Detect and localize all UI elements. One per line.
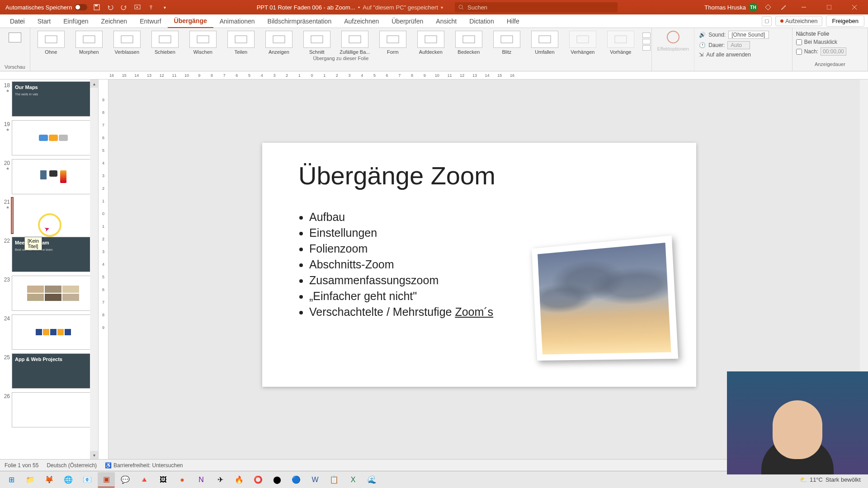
timing-group: 🔊Sound:[Ohne Sound] 🕐Dauer:Auto ⇲Auf all… xyxy=(694,28,793,71)
search-box[interactable]: Suchen xyxy=(455,2,618,12)
tab-start[interactable]: Start xyxy=(31,14,57,28)
vlc-icon[interactable]: 🔺 xyxy=(136,472,153,488)
obs-icon[interactable]: ⬤ xyxy=(269,472,286,488)
close-icon[interactable] xyxy=(844,0,864,14)
scroll-down-icon[interactable]: ▾ xyxy=(90,451,98,459)
advance-group: Nächste Folie Bei Mausklick Nach:00:00,0… xyxy=(793,28,868,71)
minimize-icon[interactable] xyxy=(794,0,814,14)
gallery-more-icon[interactable] xyxy=(642,28,651,55)
transition-zufällige ba...[interactable]: Zufällige Ba... xyxy=(337,31,373,55)
slide-thumb-18[interactable]: 18★Our MapsThe wells in vals xyxy=(2,81,94,117)
weather-widget[interactable]: ⛅ 11°C Stark bewölkt xyxy=(800,476,861,483)
start-menu-icon[interactable]: ⊞ xyxy=(3,472,20,488)
slide-thumb-19[interactable]: 19★ xyxy=(2,120,94,155)
tab-file[interactable]: Datei xyxy=(4,14,31,28)
transition-umfallen[interactable]: Umfallen xyxy=(527,31,563,55)
firefox-icon[interactable]: 🦊 xyxy=(41,472,58,488)
slide-thumb-24[interactable]: 24 xyxy=(2,314,94,350)
transition-form[interactable]: Form xyxy=(375,31,411,55)
excel-icon[interactable]: X xyxy=(344,472,362,488)
transition-verblassen[interactable]: Verblassen xyxy=(109,31,145,55)
tab-help[interactable]: Hilfe xyxy=(500,14,526,28)
slide-thumb-20[interactable]: 20★ xyxy=(2,159,94,194)
apply-all-button[interactable]: Auf alle anwenden xyxy=(706,52,751,58)
on-click-checkbox[interactable] xyxy=(796,39,802,45)
tab-design[interactable]: Entwurf xyxy=(133,14,167,28)
current-slide[interactable]: Übergänge Zoom AufbauEinstellungenFolien… xyxy=(262,143,696,387)
autosave[interactable]: Automatisches Speichern xyxy=(5,4,87,11)
transition-schieben[interactable]: Schieben xyxy=(147,31,183,55)
word-icon[interactable]: W xyxy=(307,472,324,488)
transition-verhängen[interactable]: Verhängen xyxy=(565,31,601,55)
tab-dictation[interactable]: Dictation xyxy=(463,14,500,28)
ribbon-collapse-icon[interactable]: ▢ xyxy=(762,16,772,26)
slideshow-icon[interactable] xyxy=(132,2,142,12)
transition-wischen[interactable]: Wischen xyxy=(185,31,221,55)
tab-record[interactable]: Aufzeichnen xyxy=(338,14,385,28)
transition-ohne[interactable]: Ohne xyxy=(33,31,69,55)
onenote-icon[interactable]: N xyxy=(193,472,210,488)
record-button[interactable]: Aufzeichnen xyxy=(775,16,823,26)
chevron-down-icon[interactable]: ▾ xyxy=(441,5,443,10)
diamond-icon[interactable] xyxy=(763,2,773,12)
share-button[interactable]: Freigeben xyxy=(826,15,864,27)
tab-view[interactable]: Ansicht xyxy=(429,14,463,28)
edge-icon[interactable]: 🌊 xyxy=(363,472,381,488)
transition-morphen[interactable]: Morphen xyxy=(71,31,107,55)
transition-anzeigen[interactable]: Anzeigen xyxy=(261,31,297,55)
thumb-preview xyxy=(12,159,94,194)
transition-blitz[interactable]: Blitz xyxy=(489,31,525,55)
qat-more-icon[interactable]: ▾ xyxy=(160,2,170,12)
transition-bedecken[interactable]: Bedecken xyxy=(451,31,487,55)
app-icon-1[interactable]: 💬 xyxy=(117,472,134,488)
telegram-icon[interactable]: ✈ xyxy=(212,472,229,488)
transition-vorhänge[interactable]: Vorhänge xyxy=(603,31,639,55)
app-icon-3[interactable]: ● xyxy=(174,472,191,488)
slide-thumb-26[interactable]: 26 xyxy=(2,392,94,427)
slide-counter[interactable]: Folie 1 von 55 xyxy=(5,462,38,469)
powerpoint-icon[interactable]: ▣ xyxy=(98,472,115,488)
slide-thumb-25[interactable]: 25App & Web Projects xyxy=(2,353,94,389)
tab-transitions[interactable]: Übergänge xyxy=(168,14,213,28)
chrome-icon[interactable]: 🌐 xyxy=(60,472,77,488)
slide-thumb-21[interactable]: 21★➤[Kein Titel] xyxy=(2,198,94,233)
tab-draw[interactable]: Zeichnen xyxy=(95,14,134,28)
save-icon[interactable] xyxy=(92,2,102,12)
after-input[interactable]: 00:00,00 xyxy=(821,47,846,56)
autosave-toggle[interactable] xyxy=(75,4,87,10)
explorer-icon[interactable]: 📁 xyxy=(22,472,39,488)
app-icon-7[interactable]: 📋 xyxy=(326,472,343,488)
language-status[interactable]: Deutsch (Österreich) xyxy=(47,462,97,469)
pen-icon[interactable] xyxy=(778,2,788,12)
app-icon-2[interactable]: 🖼 xyxy=(155,472,172,488)
after-checkbox[interactable] xyxy=(796,49,802,55)
preview-icon[interactable] xyxy=(9,33,21,42)
redo-icon[interactable] xyxy=(119,2,129,12)
sound-select[interactable]: [Ohne Sound] xyxy=(728,31,769,39)
maximize-icon[interactable] xyxy=(819,0,839,14)
tab-animations[interactable]: Animationen xyxy=(213,14,261,28)
transition-teilen[interactable]: Teilen xyxy=(223,31,259,55)
duration-input[interactable]: Auto xyxy=(727,41,750,49)
svg-rect-1 xyxy=(95,5,98,6)
app-icon-6[interactable]: 🔵 xyxy=(288,472,305,488)
app-icon-5[interactable]: ⭕ xyxy=(250,472,267,488)
transition-aufdecken[interactable]: Aufdecken xyxy=(413,31,449,55)
undo-icon[interactable] xyxy=(105,2,115,12)
user-account[interactable]: Thomas Hruska TH xyxy=(704,3,758,12)
app-icon-4[interactable]: 🔥 xyxy=(231,472,248,488)
transition-label: Schnitt xyxy=(309,49,325,55)
outlook-icon[interactable]: 📧 xyxy=(79,472,96,488)
tab-insert[interactable]: Einfügen xyxy=(57,14,94,28)
transition-gallery: OhneMorphenVerblassenSchiebenWischenTeil… xyxy=(30,28,642,55)
scroll-up-icon[interactable]: ▴ xyxy=(90,80,98,88)
effect-options-group[interactable]: Effektoptionen xyxy=(652,28,694,71)
transition-schnitt[interactable]: Schnitt xyxy=(299,31,335,55)
touch-mode-icon[interactable] xyxy=(146,2,156,12)
tab-slideshow[interactable]: Bildschirmpräsentation xyxy=(261,14,338,28)
thumbnail-scrollbar[interactable]: ▴ ▾ xyxy=(90,80,98,459)
slide-thumb-23[interactable]: 23 xyxy=(2,276,94,311)
tab-review[interactable]: Überprüfen xyxy=(385,14,429,28)
slide-thumb-22[interactable]: 22Meet the TeamBest we had from the team xyxy=(2,237,94,272)
accessibility-status[interactable]: ♿ Barrierefreiheit: Untersuchen xyxy=(105,462,183,469)
